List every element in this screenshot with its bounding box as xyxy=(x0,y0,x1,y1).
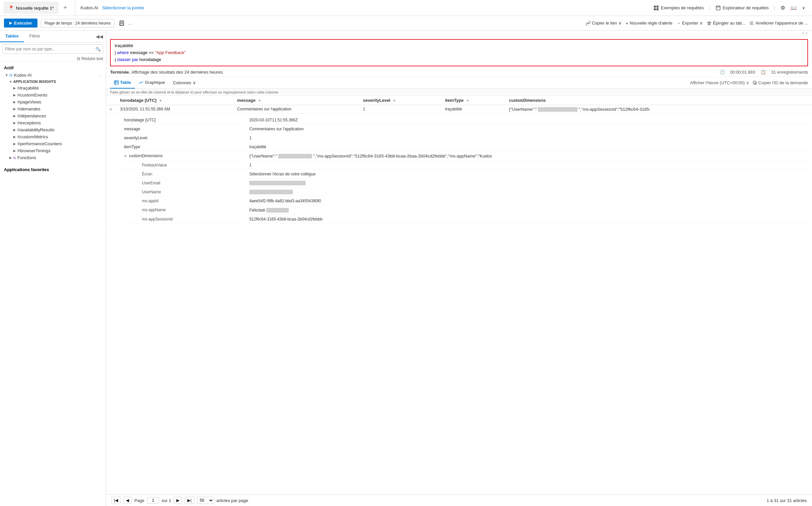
main-layout: Tables Filtrer ◀◀ 🔍 ⊟ Réduire tout Actif… xyxy=(0,30,812,506)
filter-icon-sl: ▼ xyxy=(393,99,396,102)
sidebar-item-pageViews[interactable]: ▶ ⊞ pageViews xyxy=(0,98,106,105)
expand-collapse-icon[interactable]: ⌃⌃ xyxy=(801,32,808,36)
chevron-right-pc: ▶ xyxy=(12,142,17,146)
duration: 00:00:01.883 xyxy=(730,70,755,75)
improve-button[interactable]: Améliorer l'apparence de ... xyxy=(749,20,808,25)
time-range-button[interactable]: Plage de temps : 24 dernières heures xyxy=(41,19,114,27)
sidebar-item-tracabilite[interactable]: ▶ ⊞ traçabilité xyxy=(0,85,106,91)
sidebar-item-app-insights[interactable]: ▼ APPLICATION INSIGHTS xyxy=(0,79,106,85)
link-icon xyxy=(586,21,591,25)
dots-menu[interactable]: … xyxy=(128,20,132,25)
result-table-container[interactable]: horodatage [UTC] ▼ message ▼ severityLev… xyxy=(106,96,812,494)
sidebar-item-customEvents[interactable]: ▶ ⊞ customEvents xyxy=(0,91,106,98)
tab-tables[interactable]: Tables xyxy=(0,30,24,42)
prev-page-button[interactable]: ◀ xyxy=(123,497,131,504)
sidebar-search: 🔍 xyxy=(3,45,103,54)
explorer-icon xyxy=(716,5,721,11)
search-icon: 🔍 xyxy=(93,47,103,52)
tab-label: Nouvelle requête 1* xyxy=(16,6,54,11)
query-editor[interactable]: traçabilité | where message == "App Feed… xyxy=(110,39,808,66)
sidebar-item-fonctions[interactable]: ▶ fx Fonctions xyxy=(0,154,106,161)
add-tab-button[interactable]: + xyxy=(61,3,70,13)
th-timestamp[interactable]: horodatage [UTC] ▼ xyxy=(117,96,234,105)
sidebar-item-customMetrics[interactable]: ▶ ⊞ customMetrics xyxy=(0,133,106,140)
sidebar-item-dependances[interactable]: ▶ ⊞ dépendances xyxy=(0,112,106,119)
next-page-button[interactable]: ▶ xyxy=(174,497,182,504)
results-header: Terminée. Affichage des résultats des 24… xyxy=(106,68,812,77)
sub-detail-feedbackvalue: FeebackValue 1 xyxy=(121,161,808,169)
th-itemType[interactable]: itemType ▼ xyxy=(442,96,506,105)
th-severityLevel[interactable]: severityLevel ▼ xyxy=(360,96,442,105)
chevron-down-cols: ∨ xyxy=(193,80,196,85)
examples-button[interactable]: Exemples de requêtes xyxy=(653,5,704,11)
star-icon: ☆ xyxy=(98,73,102,78)
save-button[interactable] xyxy=(119,20,124,26)
sidebar-item-demandes[interactable]: ▶ ⊞ demandes xyxy=(0,105,106,112)
copy-link-button[interactable]: Copier le lien ∨ xyxy=(586,20,622,25)
page-total: sur 1 xyxy=(162,498,171,503)
last-page-button[interactable]: ▶| xyxy=(185,497,194,504)
top-bar: 📍 Nouvelle requête 1* + Kudos-AI Sélecti… xyxy=(0,0,812,16)
table-row[interactable]: ∨ 3/10/2020, 11:51:55.366 AM Commentaire… xyxy=(106,105,812,114)
scope-selector[interactable]: Sélectionner la portée xyxy=(98,5,144,10)
run-button[interactable]: Exécuter xyxy=(4,18,37,27)
cell-message: Commentaires sur l'application xyxy=(234,105,360,114)
svg-rect-12 xyxy=(114,81,118,85)
explorer-button[interactable]: Explorateur de requêtes xyxy=(716,5,769,11)
table-icon-dem: ⊞ xyxy=(17,107,20,111)
clock-icon: 🕐 xyxy=(720,70,725,75)
export-button[interactable]: → Exporter ∨ xyxy=(676,20,703,25)
customdim-expand[interactable]: ∨ xyxy=(124,154,127,158)
chevron-right-bt: ▶ xyxy=(12,149,17,153)
sidebar-item-exceptions[interactable]: ▶ ⊞ exceptions xyxy=(0,119,106,126)
range-label: 1 à 31 sur 31 articles xyxy=(766,498,807,503)
time-display-selector[interactable]: Afficher l'heure (UTC+00:00) ∨ xyxy=(690,80,749,85)
sidebar-item-performanceCounters[interactable]: ▶ ⊞ performanceCounters xyxy=(0,140,106,147)
active-tab[interactable]: 📍 Nouvelle requête 1* xyxy=(4,2,58,14)
table-icon-cm: ⊞ xyxy=(17,135,20,139)
first-page-button[interactable]: |◀ xyxy=(111,497,121,504)
sidebar-item-kudos-ai[interactable]: ▼ ◎ Kudos-AI ☆ xyxy=(0,72,106,79)
pin-button[interactable]: Épingler au tab... xyxy=(707,20,745,25)
copy-icon xyxy=(753,81,757,85)
customEvents-label: customEvents xyxy=(20,92,48,97)
sidebar-search-input[interactable] xyxy=(3,47,93,52)
availabilityResults-label: availabilityResults xyxy=(20,127,55,132)
tab-filter[interactable]: Filtrer xyxy=(24,30,46,42)
settings-button[interactable]: ⚙ xyxy=(781,5,785,11)
sidebar-item-availabilityResults[interactable]: ▶ ⊞ availabilityResults xyxy=(0,126,106,133)
page-size-select[interactable]: 50 100 200 xyxy=(197,497,214,504)
tab-table[interactable]: Table xyxy=(110,77,135,89)
chevron-down-icon: ∨ xyxy=(802,5,805,10)
reduce-all[interactable]: ⊟ Réduire tout xyxy=(0,56,106,62)
dropdown-arrow-export: ∨ xyxy=(700,20,703,25)
copy-id-button[interactable]: Copier l'ID de la demande xyxy=(753,80,808,85)
exceptions-label: exceptions xyxy=(20,120,41,125)
pageViews-label: pageViews xyxy=(20,99,41,104)
cell-timestamp: 3/10/2020, 11:51:55.366 AM xyxy=(117,105,234,114)
export-icon: → xyxy=(676,20,681,25)
workspace-icon: ◎ xyxy=(9,73,13,77)
sidebar-item-browserTimings[interactable]: ▶ ⊞ browserTimings xyxy=(0,147,106,154)
kudos-ai-label: Kudos-AI xyxy=(14,73,31,78)
th-expand xyxy=(106,96,117,105)
more-button[interactable]: ∨ xyxy=(802,5,805,10)
new-alert-button[interactable]: + Nouvelle règle d'alerte xyxy=(626,20,672,26)
tab-columns[interactable]: Colonnes ∨ xyxy=(169,80,200,85)
sidebar-collapse-btn[interactable]: ◀◀ xyxy=(96,30,106,42)
query-line-2: | where message == "App Feedback" xyxy=(115,50,803,56)
subtitle-bar: Exécuter Plage de temps : 24 dernières h… xyxy=(0,16,812,30)
query-line-3: | classer par horodatage xyxy=(115,56,803,63)
page-label: Page xyxy=(134,498,144,503)
page-input[interactable] xyxy=(147,497,159,504)
row-expand-icon[interactable]: ∨ xyxy=(109,107,112,111)
book-button[interactable]: 📖 xyxy=(791,5,797,11)
chevron-right-icon: ▶ xyxy=(12,86,17,90)
th-message[interactable]: message ▼ xyxy=(234,96,360,105)
results-status: Terminée. Affichage des résultats des 24… xyxy=(110,70,224,75)
content-area: ⌃⌃ traçabilité | where message == "App F… xyxy=(106,30,812,506)
tab-chart[interactable]: Graphique xyxy=(135,77,169,89)
toolbar-actions: Copier le lien ∨ + Nouvelle règle d'aler… xyxy=(586,20,808,26)
sub-detail-username: UserName ███████ ████████ xyxy=(121,188,808,196)
sidebar: Tables Filtrer ◀◀ 🔍 ⊟ Réduire tout Actif… xyxy=(0,30,106,506)
